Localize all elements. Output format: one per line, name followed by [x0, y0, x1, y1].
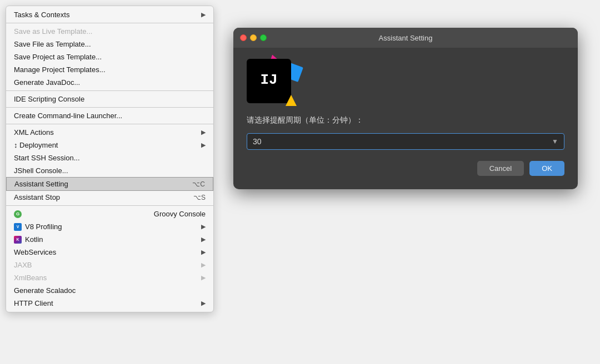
shortcut-label: ⌥S	[193, 194, 206, 201]
menu-item-manage-project-templates[interactable]: Manage Project Templates...	[6, 63, 213, 76]
menu-item-assistant-setting[interactable]: Assistant Setting ⌥C	[6, 177, 213, 191]
submenu-arrow-icon: ▶	[201, 300, 206, 307]
v8-icon: V	[14, 223, 22, 231]
select-value: 30	[253, 137, 262, 146]
menu-item-label: Assistant Stop	[14, 193, 60, 201]
menu-item-label: Groovy Console	[154, 210, 206, 218]
menu-item-jaxb: JAXB ▶	[6, 259, 213, 271]
menu-item-create-cmdline-launcher[interactable]: Create Command-line Launcher...	[6, 109, 213, 122]
dropdown-menu: Tasks & Contexts ▶ Save as Live Template…	[6, 6, 214, 312]
submenu-arrow-icon: ▶	[201, 223, 206, 230]
dialog-prompt: 请选择提醒周期（单位：分钟）：	[247, 115, 564, 125]
cancel-button[interactable]: Cancel	[477, 161, 524, 176]
menu-item-label: Save as Live Template...	[14, 27, 92, 36]
menu-separator	[6, 23, 213, 23]
dialog-overlay: Assistant Setting IJ 请选择提醒周期（单位：分钟）： 30 …	[233, 28, 578, 189]
menu-item-label: Manage Project Templates...	[14, 65, 106, 74]
menu-item-label: Save Project as Template...	[14, 53, 102, 61]
close-button[interactable]	[240, 34, 247, 41]
dialog-select-row: 30 ▼	[247, 133, 564, 150]
submenu-arrow-icon: ▶	[201, 249, 206, 256]
menu-separator	[6, 107, 213, 108]
menu-item-label: Generate JavaDoc...	[14, 78, 80, 87]
menu-item-label: JShell Console...	[14, 166, 68, 175]
menu-item-xml-actions[interactable]: XML Actions ▶	[6, 126, 213, 139]
menu-separator	[6, 90, 213, 91]
shortcut-label: ⌥C	[192, 180, 205, 188]
submenu-arrow-icon: ▶	[201, 274, 206, 281]
menu-item-jshell-console[interactable]: JShell Console...	[6, 164, 213, 177]
menu-item-label: HTTP Client	[14, 299, 53, 307]
menu-item-label: XmlBeans	[14, 274, 47, 282]
dialog-titlebar: Assistant Setting	[233, 28, 578, 48]
menu-item-groovy-console[interactable]: G Groovy Console	[6, 208, 213, 220]
menu-item-webservices[interactable]: WebServices ▶	[6, 246, 213, 259]
kotlin-icon: K	[14, 236, 22, 244]
submenu-arrow-icon: ▶	[201, 11, 206, 18]
menu-item-v8-profiling[interactable]: V V8 Profiling ▶	[6, 220, 213, 233]
maximize-button[interactable]	[260, 34, 267, 41]
submenu-arrow-icon: ▶	[201, 141, 206, 149]
menu-item-generate-scaladoc[interactable]: Generate Scaladoc	[6, 284, 213, 297]
menu-item-label: V8 Profiling	[25, 223, 62, 231]
menu-item-label: Create Command-line Launcher...	[14, 112, 122, 120]
ij-logo-wrapper: IJ	[247, 59, 297, 109]
groovy-icon: G	[14, 210, 22, 218]
menu-item-save-project-template[interactable]: Save Project as Template...	[6, 50, 213, 63]
menu-separator	[6, 124, 213, 124]
dialog-body: IJ 请选择提醒周期（单位：分钟）： 30 ▼ Cancel OK	[233, 48, 578, 189]
menu-item-deployment[interactable]: ↕ Deployment ▶	[6, 139, 213, 151]
dialog-title: Assistant Setting	[379, 34, 433, 42]
menu-item-tasks-contexts[interactable]: Tasks & Contexts ▶	[6, 8, 213, 21]
menu-item-xmlbeans: XmlBeans ▶	[6, 271, 213, 284]
submenu-arrow-icon: ▶	[201, 129, 206, 136]
menu-item-kotlin[interactable]: K Kotlin ▶	[6, 233, 213, 246]
menu-item-label: IDE Scripting Console	[14, 95, 84, 103]
ok-button[interactable]: OK	[529, 161, 564, 176]
select-dropdown-arrow-icon: ▼	[552, 138, 558, 145]
menu-item-label: Tasks & Contexts	[14, 11, 69, 19]
menu-item-assistant-stop[interactable]: Assistant Stop ⌥S	[6, 191, 213, 204]
menu-item-label: XML Actions	[14, 128, 54, 136]
assistant-setting-dialog: Assistant Setting IJ 请选择提醒周期（单位：分钟）： 30 …	[233, 28, 578, 189]
menu-item-label: Save File as Template...	[14, 40, 91, 48]
menu-item-save-file-template[interactable]: Save File as Template...	[6, 38, 213, 50]
ij-logo-text: IJ	[260, 73, 277, 87]
traffic-lights	[240, 34, 267, 41]
menu-item-http-client[interactable]: HTTP Client ▶	[6, 297, 213, 310]
menu-item-generate-javadoc[interactable]: Generate JavaDoc...	[6, 76, 213, 89]
ij-logo: IJ	[247, 59, 291, 103]
menu-item-ide-scripting-console[interactable]: IDE Scripting Console	[6, 93, 213, 105]
dialog-buttons: Cancel OK	[247, 161, 564, 176]
menu-item-label: Start SSH Session...	[14, 154, 80, 162]
minimize-button[interactable]	[250, 34, 257, 41]
menu-item-label: ↕ Deployment	[14, 141, 58, 149]
menu-item-label: Assistant Setting	[14, 180, 68, 188]
menu-item-label: JAXB	[14, 261, 32, 269]
menu-item-save-live-template: Save as Live Template...	[6, 25, 213, 38]
menu-item-start-ssh-session[interactable]: Start SSH Session...	[6, 151, 213, 164]
period-select[interactable]: 30 ▼	[247, 133, 564, 150]
menu-item-label: WebServices	[14, 248, 56, 256]
menu-item-label: Kotlin	[25, 235, 43, 244]
menu-separator	[6, 205, 213, 206]
submenu-arrow-icon: ▶	[201, 261, 206, 269]
submenu-arrow-icon: ▶	[201, 236, 206, 243]
menu-item-label: Generate Scaladoc	[14, 286, 76, 295]
